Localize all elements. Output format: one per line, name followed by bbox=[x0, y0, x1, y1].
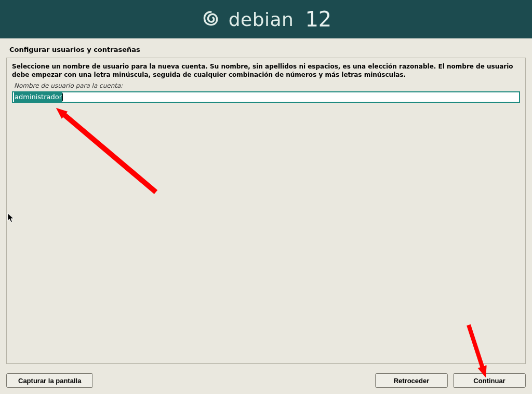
instructions-text: Seleccione un nombre de usuario para la … bbox=[7, 58, 525, 80]
header-content: debian 12 bbox=[201, 7, 332, 31]
installer-window: debian 12 Configurar usuarios y contrase… bbox=[0, 0, 532, 394]
screenshot-button[interactable]: Capturar la pantalla bbox=[6, 373, 93, 388]
button-bar: Capturar la pantalla Retroceder Continua… bbox=[0, 367, 532, 394]
username-input-wrap: administrador bbox=[7, 91, 525, 103]
brand-name: debian bbox=[229, 9, 294, 30]
continue-button[interactable]: Continuar bbox=[453, 373, 526, 388]
header-banner: debian 12 bbox=[0, 0, 532, 38]
username-input[interactable]: administrador bbox=[12, 91, 520, 103]
username-selected-value: administrador bbox=[14, 92, 62, 102]
page-title: Configurar usuarios y contraseñas bbox=[0, 38, 532, 58]
content-panel: Seleccione un nombre de usuario para la … bbox=[6, 58, 526, 364]
username-label: Nombre de usuario para la cuenta: bbox=[7, 80, 525, 91]
debian-swirl-icon bbox=[201, 9, 221, 30]
text-caret bbox=[62, 93, 63, 101]
back-button[interactable]: Retroceder bbox=[375, 373, 448, 388]
brand-version: 12 bbox=[305, 7, 331, 31]
